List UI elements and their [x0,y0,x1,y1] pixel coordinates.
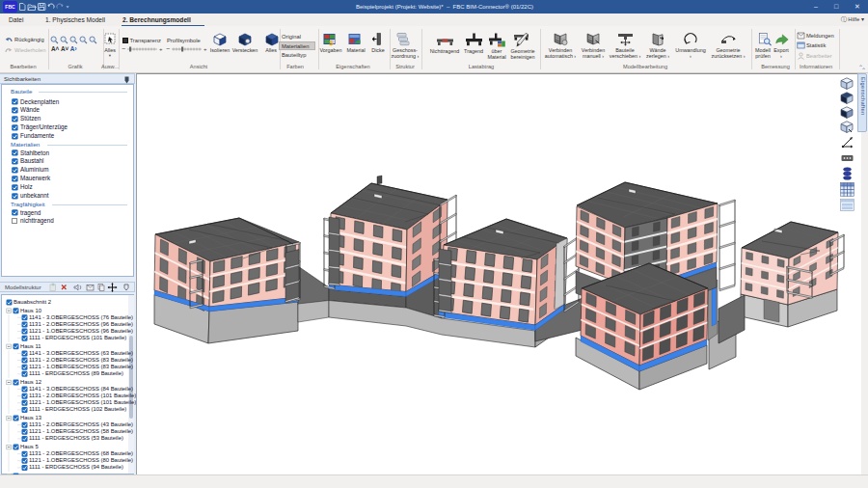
svg-text:$: $ [329,39,334,47]
svg-text:+: + [159,46,163,52]
svg-text:−: − [122,45,125,52]
svg-text:−: − [166,45,170,52]
